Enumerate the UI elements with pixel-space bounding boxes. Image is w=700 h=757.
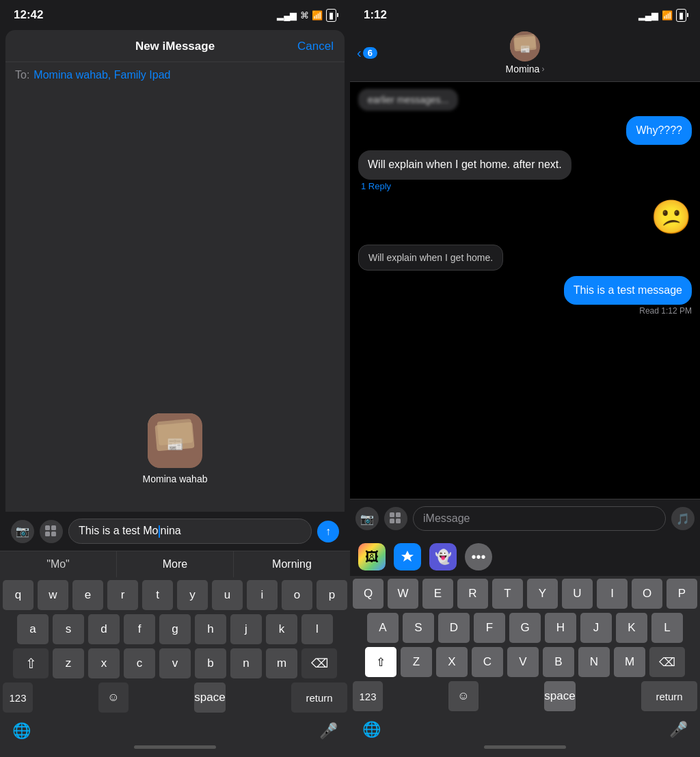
key-Q[interactable]: Q <box>353 579 383 609</box>
key-H[interactable]: H <box>545 613 576 643</box>
key-P[interactable]: P <box>667 579 697 609</box>
key-a[interactable]: a <box>17 614 49 644</box>
key-s[interactable]: s <box>53 614 84 644</box>
blurred-message: earlier messages... <box>358 89 458 111</box>
key-J[interactable]: J <box>580 613 612 643</box>
key-123-right[interactable]: 123 <box>353 681 383 711</box>
key-x[interactable]: x <box>88 648 120 678</box>
key-p[interactable]: p <box>317 580 347 610</box>
key-V[interactable]: V <box>507 647 539 677</box>
key-g[interactable]: g <box>159 614 191 644</box>
globe-icon-right[interactable]: 🌐 <box>362 721 381 739</box>
to-field[interactable]: To: Momina wahab, Family Ipad <box>5 61 345 88</box>
key-f[interactable]: f <box>124 614 155 644</box>
key-b[interactable]: b <box>195 648 226 678</box>
key-Y[interactable]: Y <box>527 579 558 609</box>
key-T[interactable]: T <box>492 579 523 609</box>
messages-area[interactable]: earlier messages... Why???? Will explain… <box>350 82 700 499</box>
return-key-left[interactable]: return <box>291 683 347 713</box>
key-n[interactable]: n <box>230 648 262 678</box>
key-I[interactable]: I <box>597 579 628 609</box>
key-o[interactable]: o <box>282 580 312 610</box>
space-key-left[interactable]: space <box>194 683 226 713</box>
key-G[interactable]: G <box>509 613 541 643</box>
key-emoji-right[interactable]: ☺ <box>448 681 479 711</box>
autocomplete-item-2[interactable]: More <box>117 551 234 577</box>
key-F[interactable]: F <box>474 613 505 643</box>
key-d[interactable]: d <box>88 614 120 644</box>
shift-key-right[interactable]: ⇧ <box>365 647 396 677</box>
reply-label[interactable]: 1 Reply <box>358 180 394 193</box>
key-B[interactable]: B <box>543 647 574 677</box>
key-M[interactable]: M <box>614 647 645 677</box>
contact-header-avatar: 📰 <box>510 31 540 61</box>
key-l[interactable]: l <box>301 614 333 644</box>
contact-name: Momina wahab <box>143 473 208 484</box>
send-button-left[interactable]: ↑ <box>317 521 339 542</box>
key-c[interactable]: c <box>124 648 155 678</box>
mic-icon-left[interactable]: 🎤 <box>319 722 338 740</box>
key-t[interactable]: t <box>142 580 173 610</box>
cancel-button[interactable]: Cancel <box>297 40 334 53</box>
right-message-input[interactable]: iMessage <box>413 506 666 531</box>
kb-right-row-3: ⇧ Z X C V B N M ⌫ <box>353 647 697 677</box>
key-h[interactable]: h <box>195 614 226 644</box>
dots-tray-icon[interactable]: ••• <box>465 543 492 570</box>
key-E[interactable]: E <box>422 579 453 609</box>
key-k[interactable]: k <box>266 614 297 644</box>
new-imessage-header: New iMessage Cancel <box>5 30 345 61</box>
camera-button-left[interactable]: 📷 <box>11 520 34 543</box>
return-key-right[interactable]: return <box>641 681 697 711</box>
autocomplete-item-3[interactable]: Morning <box>234 551 350 577</box>
apps-button-right[interactable] <box>384 507 407 530</box>
left-message-input[interactable]: This is a test Monina <box>68 519 312 544</box>
autocomplete-item-1[interactable]: "Mo" <box>0 551 117 577</box>
key-N[interactable]: N <box>578 647 610 677</box>
photos-tray-icon[interactable]: 🖼 <box>358 543 386 570</box>
key-R[interactable]: R <box>457 579 488 609</box>
delete-key-right[interactable]: ⌫ <box>649 647 685 677</box>
key-S[interactable]: S <box>403 613 434 643</box>
key-O[interactable]: O <box>632 579 662 609</box>
apps-button-left[interactable] <box>40 520 63 543</box>
key-w[interactable]: w <box>38 580 68 610</box>
blurred-message-row: earlier messages... <box>358 89 692 111</box>
camera-button-right[interactable]: 📷 <box>355 507 379 530</box>
contact-header[interactable]: 📰 Momina › <box>506 31 545 74</box>
contact-avatar-img: 📰 <box>148 413 202 468</box>
key-e[interactable]: e <box>72 580 103 610</box>
key-v[interactable]: v <box>159 648 191 678</box>
key-U[interactable]: U <box>562 579 593 609</box>
key-q[interactable]: q <box>3 580 33 610</box>
key-C[interactable]: C <box>472 647 503 677</box>
key-L[interactable]: L <box>651 613 683 643</box>
key-u[interactable]: u <box>212 580 243 610</box>
key-z[interactable]: z <box>53 648 84 678</box>
key-K[interactable]: K <box>616 613 647 643</box>
kb-row-3: ⇧ z x c v b n m ⌫ <box>3 648 347 678</box>
key-D[interactable]: D <box>438 613 470 643</box>
audio-button[interactable]: 🎵 <box>671 507 695 530</box>
ghost-tray-icon[interactable]: 👻 <box>429 543 457 570</box>
delete-key-left[interactable]: ⌫ <box>301 648 337 678</box>
key-X[interactable]: X <box>436 647 468 677</box>
back-button[interactable]: ‹ 6 <box>357 45 377 61</box>
shift-key-left[interactable]: ⇧ <box>13 648 49 678</box>
space-key-right[interactable]: space <box>544 681 576 711</box>
appstore-tray-icon[interactable] <box>394 543 421 570</box>
to-label: To: <box>15 69 29 81</box>
key-123-left[interactable]: 123 <box>3 683 33 713</box>
key-Z[interactable]: Z <box>401 647 432 677</box>
globe-icon-left[interactable]: 🌐 <box>12 722 31 740</box>
mic-icon-right[interactable]: 🎤 <box>669 721 688 739</box>
test-message-row: This is a test message Read 1:12 PM <box>358 276 692 316</box>
key-emoji-left[interactable]: ☺ <box>98 683 129 713</box>
key-i[interactable]: i <box>247 580 278 610</box>
key-W[interactable]: W <box>388 579 418 609</box>
key-m[interactable]: m <box>266 648 297 678</box>
key-j[interactable]: j <box>230 614 262 644</box>
key-y[interactable]: y <box>177 580 208 610</box>
why-message-row: Why???? <box>358 116 692 145</box>
key-A[interactable]: A <box>367 613 399 643</box>
key-r[interactable]: r <box>107 580 138 610</box>
